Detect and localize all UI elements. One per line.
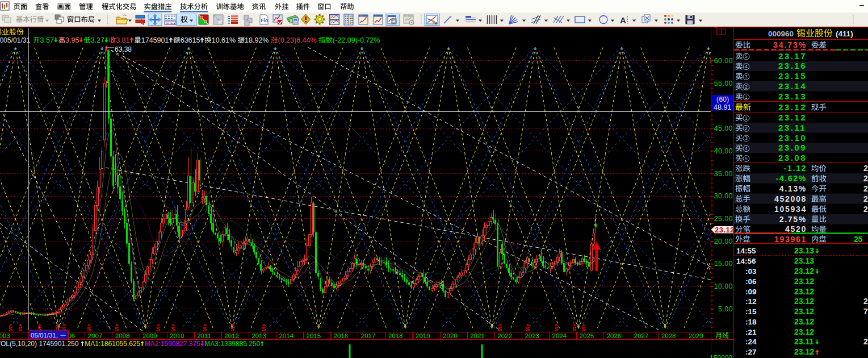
svg-text:1: 1	[745, 94, 748, 100]
svg-text:193961: 193961	[774, 235, 807, 244]
svg-text:3: 3	[745, 74, 748, 80]
svg-text:(411): (411)	[836, 30, 853, 38]
svg-text:S: S	[171, 326, 175, 332]
svg-text:14:56: 14:56	[736, 257, 756, 265]
svg-text:3: 3	[745, 135, 748, 141]
svg-text:3.57: 3.57	[40, 36, 54, 44]
svg-text:S: S	[115, 326, 119, 332]
svg-text:63.38: 63.38	[115, 45, 132, 53]
svg-text:34.73%: 34.73%	[773, 40, 807, 49]
svg-text:4.13%: 4.13%	[779, 184, 807, 193]
svg-text:15.00: 15.00	[714, 260, 733, 268]
svg-text:2026: 2026	[607, 332, 622, 339]
svg-text:2028: 2028	[661, 332, 676, 339]
svg-text:23.12: 23.12	[778, 102, 807, 112]
svg-text:45.00: 45.00	[714, 124, 733, 132]
svg-text::24: :24	[745, 338, 757, 346]
svg-text:23.13: 23.13	[794, 256, 814, 265]
svg-text:2: 2	[863, 184, 868, 193]
svg-text:2015: 2015	[307, 332, 321, 339]
svg-text:S: S	[572, 326, 576, 332]
svg-text:48.91: 48.91	[714, 103, 731, 111]
svg-text::09: :09	[745, 288, 757, 296]
svg-text:23.16: 23.16	[778, 61, 807, 70]
svg-text:S: S	[581, 326, 585, 332]
svg-text:MA3:1339885.250: MA3:1339885.250	[204, 340, 260, 348]
svg-text:000960: 000960	[768, 30, 794, 38]
svg-text:2018: 2018	[388, 332, 403, 339]
svg-text:2: 2	[863, 164, 868, 173]
svg-text:150000: 150000	[710, 354, 732, 358]
svg-text:Fio: Fio	[261, 18, 269, 23]
svg-text:2007: 2007	[88, 332, 103, 339]
svg-text:2008: 2008	[115, 332, 130, 339]
svg-text:30.00: 30.00	[714, 192, 733, 200]
svg-text::21: :21	[745, 328, 757, 336]
svg-text:23.08: 23.08	[778, 153, 807, 163]
svg-text:S: S	[156, 326, 160, 332]
svg-text:23.13: 23.13	[778, 91, 807, 101]
svg-text:S: S	[554, 326, 558, 332]
svg-text:2024: 2024	[552, 332, 567, 339]
svg-text::27: :27	[745, 348, 757, 356]
svg-text:MA1:1861055.625: MA1:1861055.625	[85, 340, 140, 348]
svg-text:(60): (60)	[716, 95, 729, 103]
svg-text:25.00: 25.00	[714, 215, 733, 223]
svg-text:23.12: 23.12	[794, 347, 814, 356]
svg-text:23.14: 23.14	[778, 81, 807, 91]
svg-text:18.92%: 18.92%	[245, 36, 269, 44]
svg-text:20.00: 20.00	[714, 238, 733, 245]
svg-text:2: 2	[745, 126, 748, 131]
svg-text:2: 2	[745, 84, 748, 90]
svg-text:2: 2	[863, 337, 868, 346]
svg-text:S: S	[18, 326, 22, 332]
svg-text:2013: 2013	[251, 332, 266, 339]
svg-text:2023: 2023	[525, 332, 539, 339]
svg-text:2022: 2022	[497, 332, 512, 339]
svg-text:2003: 2003	[0, 332, 10, 339]
svg-text::15: :15	[745, 307, 757, 316]
svg-text:5.00: 5.00	[718, 305, 733, 313]
svg-text:5: 5	[745, 156, 748, 161]
svg-text:S: S	[526, 326, 530, 332]
svg-text:60.00: 60.00	[714, 57, 733, 65]
svg-text:2012: 2012	[224, 332, 239, 339]
svg-text:23.12: 23.12	[794, 287, 814, 296]
svg-text:2016: 2016	[334, 332, 349, 339]
svg-text:2005/01/31: 2005/01/31	[0, 36, 30, 44]
svg-text::03: :03	[745, 267, 757, 276]
svg-text:23.12: 23.12	[794, 267, 814, 276]
svg-text:S: S	[87, 326, 91, 332]
svg-text:23.15: 23.15	[778, 71, 807, 81]
svg-text:23.13: 23.13	[794, 246, 814, 255]
svg-text:105934: 105934	[774, 205, 807, 214]
svg-text:2: 2	[863, 174, 868, 183]
svg-text:A: A	[620, 15, 626, 25]
svg-text:S: S	[498, 326, 502, 332]
svg-text:3.95: 3.95	[65, 36, 79, 44]
svg-text:2: 2	[863, 194, 868, 203]
svg-text::18: :18	[745, 318, 757, 326]
svg-text:35.00: 35.00	[714, 170, 733, 178]
svg-text:05/01/31,: 05/01/31,	[31, 332, 58, 339]
svg-text:2.75%: 2.75%	[779, 215, 807, 224]
svg-text:S: S	[203, 326, 207, 332]
svg-text:452008: 452008	[774, 194, 807, 203]
svg-text:10.00: 10.00	[714, 282, 733, 290]
svg-text:2019: 2019	[416, 332, 430, 339]
svg-text:MA2:1590827.375: MA2:1590827.375	[145, 340, 200, 348]
svg-text:5: 5	[745, 53, 748, 59]
svg-text:23.12: 23.12	[794, 317, 814, 326]
svg-text:3.27: 3.27	[91, 36, 104, 44]
svg-text:2: 2	[863, 205, 868, 214]
svg-text:23.11: 23.11	[778, 123, 806, 132]
svg-text:10.61%: 10.61%	[212, 36, 236, 44]
svg-text:23.12: 23.12	[794, 307, 814, 316]
svg-text:S: S	[9, 326, 12, 332]
svg-text:(0.23)6.44%: (0.23)6.44%	[278, 36, 317, 44]
svg-text:23.12: 23.12	[715, 226, 735, 234]
svg-text:4520: 4520	[785, 224, 807, 234]
svg-text:4: 4	[745, 64, 748, 69]
svg-text:25: 25	[854, 235, 863, 244]
svg-text:2: 2	[863, 297, 868, 306]
